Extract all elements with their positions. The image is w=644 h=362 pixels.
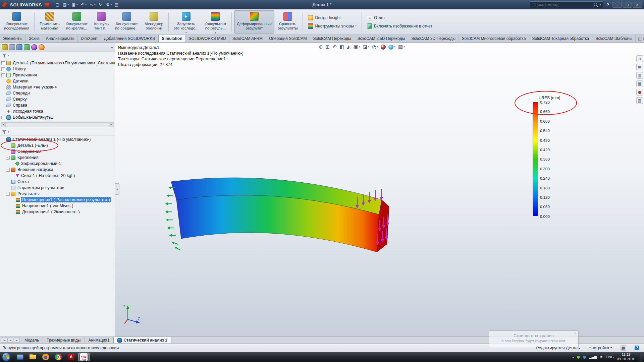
design-library-icon[interactable]: ▤: [636, 64, 643, 70]
command-tab[interactable]: Анализировать: [43, 35, 78, 42]
sim-tree-item[interactable]: Перемещение1 (-Расположение результата-): [0, 197, 115, 203]
dimxpert-manager-tab-icon[interactable]: [24, 44, 30, 50]
sim-tree-item[interactable]: Зафиксированный-1: [0, 161, 115, 167]
search-input[interactable]: [532, 2, 592, 7]
annotations-visibility-icon[interactable]: ◭: [347, 44, 351, 50]
model-tab[interactable]: Статический анализ 1: [113, 337, 171, 343]
property-manager-tab-icon[interactable]: [9, 44, 15, 50]
apply-material-button[interactable]: Применитьматериал: [37, 10, 62, 34]
tree-expander-icon[interactable]: +: [1, 67, 5, 71]
report-button[interactable]: Отчет: [367, 15, 432, 20]
compare-results-button[interactable]: Сравнитьрезультаты: [275, 10, 301, 34]
tree-expander-icon[interactable]: −: [6, 156, 10, 160]
pin-tab-bar-icon[interactable]: ◱: [638, 37, 641, 41]
command-tab[interactable]: Simulation: [158, 35, 185, 42]
include-image-button[interactable]: Включить изображение в отчет: [367, 23, 432, 29]
sim-tree-item[interactable]: Деталь1 (-Ель-): [0, 142, 115, 148]
scroll-prev-button[interactable]: ◄: [7, 338, 13, 343]
filter-icon[interactable]: [2, 130, 6, 134]
sim-tree-item[interactable]: −Результаты: [0, 191, 115, 197]
model-tab[interactable]: Анимация1: [85, 337, 113, 343]
search-icon[interactable]: [593, 2, 598, 7]
splitter-right-icon[interactable]: ►: [109, 123, 114, 127]
sim-tree-item[interactable]: Деформация1 (-Эквивалент-): [0, 209, 115, 215]
sim-tree-item[interactable]: Сетка: [0, 179, 115, 185]
options-button[interactable]: ⚙▾: [105, 2, 112, 7]
study-advisor-button[interactable]: Консультантисследования: [1, 10, 32, 34]
feature-tree-item[interactable]: Справа: [0, 102, 115, 108]
feature-tree-item[interactable]: Материал <не указан>: [0, 84, 115, 90]
command-tab[interactable]: SolidCAM Многоосевая обработка: [459, 35, 529, 42]
file-properties-button[interactable]: ▤: [114, 2, 119, 7]
display-manager-tab-icon[interactable]: [31, 44, 37, 50]
solidworks-taskbar-button[interactable]: 2015: [78, 353, 90, 361]
filter-caret-icon[interactable]: ▾: [8, 130, 9, 133]
sim-tree-item[interactable]: Статический анализ 1 (-По умолчанию-): [0, 136, 115, 142]
start-button[interactable]: [2, 353, 11, 361]
simulation-advisor-tab-icon[interactable]: [39, 44, 45, 50]
view-orientation-icon[interactable]: ▣▾: [353, 44, 360, 50]
tree-expander-icon[interactable]: +: [1, 73, 5, 77]
tree-expander-icon[interactable]: −: [1, 61, 5, 65]
toast-close-icon[interactable]: ×: [574, 331, 577, 335]
help-icon[interactable]: ?: [606, 2, 609, 7]
command-tab[interactable]: Операция SolidCAM: [266, 35, 310, 42]
zoom-area-icon[interactable]: ⊞: [326, 44, 330, 50]
section-view-icon[interactable]: ◧: [339, 44, 344, 50]
tree-expander-icon[interactable]: +: [1, 116, 5, 119]
status-grid-icon[interactable]: ▦: [621, 345, 626, 351]
sim-tree-item[interactable]: Сила-1 (:На объект: 20 kgf:): [0, 173, 115, 179]
configuration-manager-tab-icon[interactable]: [16, 44, 22, 50]
app-window-taskbar-button[interactable]: [14, 353, 26, 361]
command-tab[interactable]: SolidCAM 3D Переходы: [408, 35, 459, 42]
file-explorer-icon[interactable]: ▥: [636, 72, 643, 79]
connections-advisor-button[interactable]: Консультантпо соедине...: [112, 10, 141, 34]
status-help-icon[interactable]: ?: [635, 346, 639, 350]
sync-status-icon[interactable]: [583, 356, 586, 359]
filter-caret-icon[interactable]: ▾: [8, 54, 9, 57]
feature-tree-item[interactable]: +Бобышка-Вытянуть1: [0, 114, 115, 120]
results-advisor-button[interactable]: Консультантпо резуль...▾: [202, 10, 229, 34]
command-tab[interactable]: DimXpert: [78, 35, 101, 42]
design-insight-button[interactable]: Design Insight: [308, 15, 357, 20]
filter-icon[interactable]: [2, 54, 6, 58]
loads-advisor-button[interactable]: Консультант п...: [91, 10, 112, 34]
feature-tree-item[interactable]: Сверху: [0, 96, 115, 102]
command-tab[interactable]: SolidCAM Переходы: [310, 35, 355, 42]
firefox-taskbar-button[interactable]: [40, 353, 51, 361]
explorer-taskbar-button[interactable]: [27, 353, 39, 361]
run-study-button[interactable]: Запуститьэто исследо...▾: [171, 10, 201, 34]
sim-tree-item[interactable]: Напряжение1 (-vonMises-): [0, 203, 115, 209]
view-settings-icon[interactable]: ▦▾: [398, 44, 405, 50]
zoom-fit-icon[interactable]: ⊕: [319, 44, 323, 50]
panel-expand-icon[interactable]: »: [110, 45, 113, 50]
show-desktop-button[interactable]: [640, 352, 643, 362]
action-center-flag-icon[interactable]: ⚑: [600, 355, 603, 359]
new-document-button[interactable]: ▢: [55, 2, 60, 7]
command-tab[interactable]: SolidCAM 2.5D Переходы: [354, 35, 408, 42]
customize-status-button[interactable]: Настройка ▾: [588, 346, 612, 350]
command-tab[interactable]: Добавления SOLIDWORKS: [101, 35, 159, 42]
command-tab[interactable]: Эскиз: [26, 35, 43, 42]
panel-collapse-button[interactable]: ◄: [115, 183, 119, 195]
open-document-button[interactable]: ▧▾: [62, 2, 69, 7]
plot-tools-button[interactable]: Инструменты эпюры▾: [308, 23, 357, 29]
maximize-button[interactable]: ▢: [623, 2, 632, 8]
model-tab[interactable]: Трехмерные виды: [43, 337, 85, 343]
resources-icon[interactable]: ⌂: [636, 55, 643, 62]
language-indicator[interactable]: ENG: [606, 355, 614, 359]
sim-tree-item[interactable]: −Внешние нагрузки: [0, 167, 115, 173]
scroll-first-button[interactable]: |◄: [1, 338, 7, 343]
feature-tree-item[interactable]: +Примечания: [0, 72, 115, 78]
display-style-icon[interactable]: ◪▾: [363, 44, 369, 50]
sim-tree-item[interactable]: Параметры результатов: [0, 185, 115, 191]
feature-tree-item[interactable]: Исходная точка: [0, 108, 115, 114]
splitter-left-icon[interactable]: ◄: [1, 123, 6, 127]
command-tab[interactable]: Элементы: [0, 35, 26, 42]
network-icon[interactable]: ▂▄▆: [589, 355, 597, 359]
deformed-result-button[interactable]: Деформированныйрезультат: [234, 10, 274, 34]
view-palette-icon[interactable]: ▦: [636, 80, 643, 87]
scroll-next-button[interactable]: ►: [14, 338, 20, 343]
select-button[interactable]: ↖▾: [89, 2, 96, 7]
feature-manager-tab-icon[interactable]: [2, 44, 8, 50]
